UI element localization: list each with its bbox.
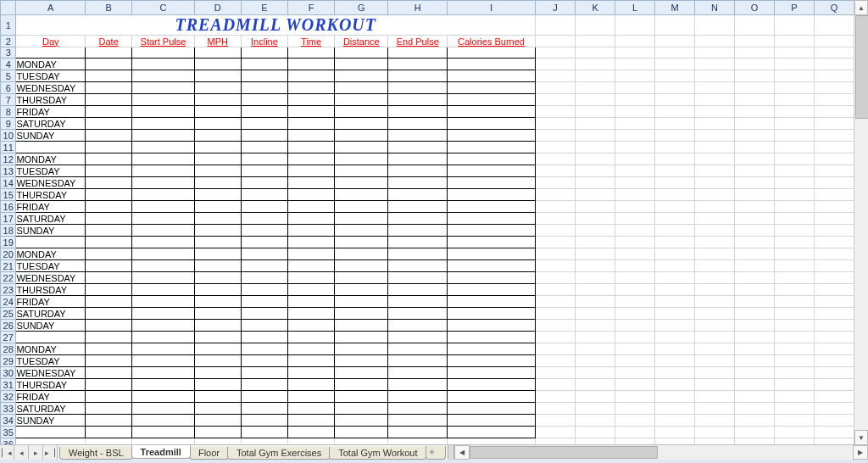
cell[interactable] xyxy=(814,177,854,189)
cell[interactable] xyxy=(734,213,774,225)
cell[interactable] xyxy=(536,343,576,355)
row-14[interactable]: 14WEDNESDAY xyxy=(1,177,854,189)
cell[interactable] xyxy=(335,165,388,177)
cell[interactable] xyxy=(335,47,388,59)
row-10[interactable]: 10SUNDAY xyxy=(1,130,854,142)
cell[interactable] xyxy=(655,403,695,415)
day-cell[interactable]: TUESDAY xyxy=(16,165,86,177)
cell[interactable] xyxy=(335,225,388,237)
cell[interactable] xyxy=(655,47,695,59)
cell[interactable] xyxy=(814,296,854,308)
row-24[interactable]: 24FRIDAY xyxy=(1,296,854,308)
cell[interactable] xyxy=(576,153,615,165)
cell[interactable] xyxy=(194,379,241,391)
row-header-1[interactable]: 1 xyxy=(1,15,16,36)
cell[interactable] xyxy=(615,142,655,153)
cell[interactable] xyxy=(814,47,854,59)
cell[interactable] xyxy=(388,403,447,415)
cell[interactable] xyxy=(194,189,241,201)
cell[interactable] xyxy=(694,415,734,427)
divider-cell[interactable] xyxy=(388,332,447,343)
cell[interactable] xyxy=(447,213,535,225)
cell[interactable] xyxy=(655,82,695,94)
cell[interactable] xyxy=(655,332,695,343)
row-header-3[interactable]: 3 xyxy=(1,47,16,59)
cell[interactable] xyxy=(447,59,535,70)
scroll-up-button[interactable]: ▲ xyxy=(854,0,868,15)
divider-cell[interactable] xyxy=(241,142,287,153)
row-header-33[interactable]: 33 xyxy=(1,403,16,415)
column-header-row[interactable]: A B C D E F G H I J K L M N O P Q xyxy=(1,1,854,15)
row-header-26[interactable]: 26 xyxy=(1,320,16,332)
cell[interactable] xyxy=(655,165,695,177)
cell[interactable] xyxy=(388,260,447,272)
cell[interactable] xyxy=(536,403,576,415)
hdr-time[interactable]: Time xyxy=(288,36,335,47)
tab-nav-first[interactable]: ▏◂ xyxy=(0,445,14,460)
vertical-scrollbar[interactable]: ▲ ▼ xyxy=(854,0,868,445)
cell[interactable] xyxy=(86,189,132,201)
sheet-tab-1[interactable]: Treadmill xyxy=(131,445,191,459)
cell[interactable] xyxy=(388,201,447,213)
cell[interactable] xyxy=(814,201,854,213)
divider-cell[interactable] xyxy=(241,237,287,248)
cell[interactable] xyxy=(241,427,287,438)
cell[interactable] xyxy=(288,379,335,391)
cell[interactable] xyxy=(194,343,241,355)
tab-nav-last[interactable]: ▸▕ xyxy=(43,445,58,460)
cell[interactable] xyxy=(241,59,287,70)
cell[interactable] xyxy=(288,343,335,355)
cell[interactable] xyxy=(86,367,132,379)
cell[interactable] xyxy=(655,427,695,438)
cell[interactable] xyxy=(774,189,814,201)
cell[interactable] xyxy=(288,272,335,284)
col-header-P[interactable]: P xyxy=(774,1,814,15)
cell[interactable] xyxy=(576,177,615,189)
divider-cell[interactable] xyxy=(16,332,86,343)
cell[interactable] xyxy=(536,70,576,82)
cell[interactable] xyxy=(288,177,335,189)
cell[interactable] xyxy=(814,189,854,201)
cell[interactable] xyxy=(694,379,734,391)
cell[interactable] xyxy=(774,237,814,248)
cell[interactable] xyxy=(132,379,195,391)
cell[interactable] xyxy=(655,367,695,379)
divider-cell[interactable] xyxy=(388,237,447,248)
cell[interactable] xyxy=(734,165,774,177)
cell[interactable] xyxy=(288,165,335,177)
col-header-N[interactable]: N xyxy=(694,1,734,15)
cell[interactable] xyxy=(86,118,132,130)
cell[interactable] xyxy=(655,70,695,82)
cell[interactable] xyxy=(132,153,195,165)
row-header-21[interactable]: 21 xyxy=(1,260,16,272)
cell[interactable] xyxy=(576,367,615,379)
cell[interactable] xyxy=(655,237,695,248)
cell[interactable] xyxy=(447,260,535,272)
cell[interactable] xyxy=(536,391,576,403)
scroll-left-button[interactable]: ◀ xyxy=(454,445,470,460)
row-header-18[interactable]: 18 xyxy=(1,225,16,237)
cell[interactable] xyxy=(734,201,774,213)
cell[interactable] xyxy=(447,189,535,201)
cell[interactable] xyxy=(241,225,287,237)
cell[interactable] xyxy=(388,225,447,237)
day-cell[interactable]: WEDNESDAY xyxy=(16,82,86,94)
cell[interactable] xyxy=(288,260,335,272)
cell[interactable] xyxy=(241,118,287,130)
cell[interactable] xyxy=(388,391,447,403)
cell[interactable] xyxy=(132,201,195,213)
cell[interactable] xyxy=(86,355,132,367)
cell[interactable] xyxy=(241,201,287,213)
cell[interactable] xyxy=(447,415,535,427)
hdr-incline[interactable]: Incline xyxy=(241,36,287,47)
cell[interactable] xyxy=(615,320,655,332)
row-header-11[interactable]: 11 xyxy=(1,142,16,153)
row-header-8[interactable]: 8 xyxy=(1,106,16,118)
row-header-12[interactable]: 12 xyxy=(1,153,16,165)
cell[interactable] xyxy=(447,367,535,379)
row-7[interactable]: 7THURSDAY xyxy=(1,94,854,106)
divider-cell[interactable] xyxy=(288,237,335,248)
cell[interactable] xyxy=(774,94,814,106)
cell[interactable] xyxy=(615,308,655,320)
cell[interactable] xyxy=(814,213,854,225)
